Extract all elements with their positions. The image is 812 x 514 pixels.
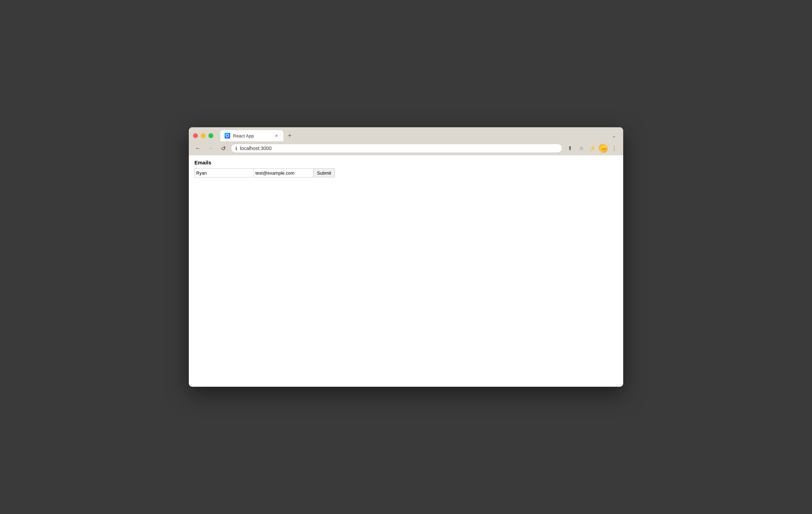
back-button[interactable]: ← — [193, 143, 203, 153]
address-input[interactable] — [240, 146, 558, 151]
page-content: Emails Submit — [189, 155, 623, 387]
email-input[interactable] — [254, 168, 314, 177]
email-form: Submit — [194, 168, 618, 177]
tab-close-button[interactable]: × — [274, 133, 279, 138]
extensions-button[interactable]: ⚡ — [587, 143, 597, 153]
forward-button[interactable]: → — [206, 143, 215, 153]
tab-title: React App — [233, 133, 271, 138]
browser-window: React App × + ⌄ ← → ↺ ℹ ⬆ ☆ ⚡ 🧀 ⋮ — [189, 127, 623, 387]
active-tab[interactable]: React App × — [220, 130, 283, 141]
tab-list-button[interactable]: ⌄ — [609, 131, 619, 141]
title-bar: React App × + ⌄ ← → ↺ ℹ ⬆ ☆ ⚡ 🧀 ⋮ — [189, 127, 623, 155]
share-button[interactable]: ⬆ — [565, 143, 575, 153]
nav-bar: ← → ↺ ℹ ⬆ ☆ ⚡ 🧀 ⋮ — [189, 141, 623, 155]
submit-button[interactable]: Submit — [314, 168, 335, 177]
close-button[interactable] — [193, 133, 198, 138]
window-controls — [193, 133, 213, 138]
bookmark-button[interactable]: ☆ — [576, 143, 586, 153]
tab-bar: React App × + ⌄ — [189, 127, 623, 141]
new-tab-button[interactable]: + — [285, 131, 295, 141]
minimize-button[interactable] — [201, 133, 206, 138]
reload-button[interactable]: ↺ — [218, 143, 228, 153]
address-bar[interactable]: ℹ — [231, 144, 562, 153]
nav-actions: ⬆ ☆ ⚡ 🧀 ⋮ — [565, 143, 619, 153]
name-input[interactable] — [194, 168, 254, 177]
tab-favicon-icon — [225, 133, 230, 138]
maximize-button[interactable] — [208, 133, 213, 138]
address-security-icon: ℹ — [235, 146, 237, 151]
avatar[interactable]: 🧀 — [599, 144, 608, 153]
page-heading: Emails — [194, 160, 618, 165]
menu-button[interactable]: ⋮ — [609, 143, 619, 153]
